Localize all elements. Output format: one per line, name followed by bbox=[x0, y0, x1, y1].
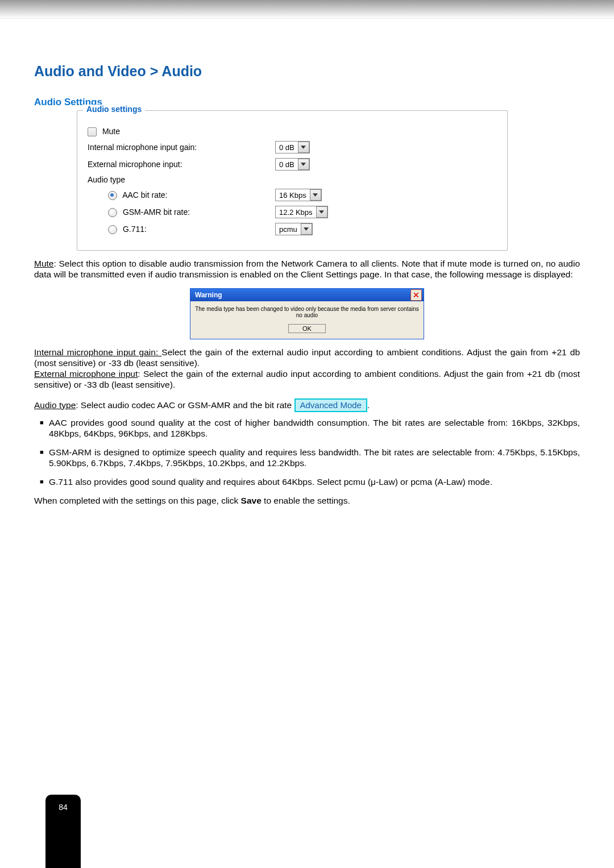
dropdown-icon bbox=[310, 189, 321, 201]
internal-gain-label: Internal microphone input gain: bbox=[88, 143, 275, 152]
internal-paragraph: Internal microphone input gain: Select t… bbox=[34, 347, 580, 369]
gsm-bitrate-value: 12.2 Kbps bbox=[279, 208, 316, 217]
closing-bold: Save bbox=[241, 496, 262, 505]
aac-label: AAC bit rate: bbox=[122, 190, 167, 200]
audiotype-lead: Audio type bbox=[34, 400, 76, 410]
g711-value: pcmu bbox=[279, 225, 301, 234]
external-lead: External microphone input bbox=[34, 369, 138, 379]
dropdown-icon bbox=[301, 223, 312, 235]
g711-label: G.711: bbox=[123, 225, 147, 234]
internal-lead: Internal microphone input gain: bbox=[34, 347, 161, 357]
mute-label: Mute bbox=[102, 127, 120, 136]
close-icon[interactable]: ✕ bbox=[410, 289, 422, 301]
mute-lead: Mute bbox=[34, 259, 53, 268]
audiotype-after: . bbox=[367, 400, 370, 410]
bullet-aac: AAC provides good sound quality at the c… bbox=[40, 418, 580, 439]
external-input-value: 0 dB bbox=[279, 160, 298, 169]
dropdown-icon bbox=[298, 159, 309, 170]
aac-radio[interactable] bbox=[108, 191, 117, 200]
audiotype-text: : Select audio codec AAC or GSM-AMR and … bbox=[76, 400, 294, 410]
g711-select[interactable]: pcmu bbox=[275, 223, 313, 235]
audiotype-line: Audio type: Select audio codec AAC or GS… bbox=[34, 398, 580, 412]
dropdown-icon bbox=[316, 206, 327, 218]
external-input-label: External microphone input: bbox=[88, 160, 275, 169]
closing-pre: When completed with the settings on this… bbox=[34, 496, 241, 505]
mute-text: : Select this option to disable audio tr… bbox=[34, 259, 580, 279]
closing-post: to enable the settings. bbox=[262, 496, 350, 505]
internal-gain-value: 0 dB bbox=[279, 143, 298, 152]
g711-radio[interactable] bbox=[108, 225, 117, 234]
gsm-label: GSM-AMR bit rate: bbox=[123, 207, 190, 217]
gsm-radio[interactable] bbox=[108, 208, 117, 217]
mute-paragraph: Mute: Select this option to disable audi… bbox=[34, 259, 580, 280]
mute-checkbox[interactable] bbox=[88, 127, 97, 136]
closing-paragraph: When completed with the settings on this… bbox=[34, 496, 580, 506]
audio-type-label: Audio type bbox=[88, 175, 275, 184]
advanced-mode-badge: Advanced Mode bbox=[294, 398, 367, 412]
aac-bitrate-value: 16 Kbps bbox=[279, 191, 310, 200]
fieldset-legend: Audio settings bbox=[83, 105, 145, 114]
audio-settings-panel: Audio settings Mute Internal microphone … bbox=[77, 110, 508, 251]
internal-gain-select[interactable]: 0 dB bbox=[275, 141, 310, 153]
dialog-message: The media type has been changed to video… bbox=[195, 306, 419, 318]
breadcrumb: Audio and Video > Audio bbox=[34, 63, 580, 80]
dropdown-icon bbox=[298, 142, 309, 153]
ok-button[interactable]: OK bbox=[288, 324, 326, 333]
external-input-select[interactable]: 0 dB bbox=[275, 158, 310, 171]
bullet-g711: G.711 also provides good sound quality a… bbox=[40, 477, 580, 488]
warning-dialog: Warning ✕ The media type has been change… bbox=[190, 288, 424, 339]
gsm-bitrate-select[interactable]: 12.2 Kbps bbox=[275, 206, 328, 218]
aac-bitrate-select[interactable]: 16 Kbps bbox=[275, 189, 322, 201]
dialog-title-text: Warning bbox=[195, 291, 222, 299]
header-gradient bbox=[0, 0, 614, 19]
external-paragraph: External microphone input: Select the ga… bbox=[34, 369, 580, 391]
bullet-gsm: GSM-ARM is designed to optimize speech q… bbox=[40, 447, 580, 469]
